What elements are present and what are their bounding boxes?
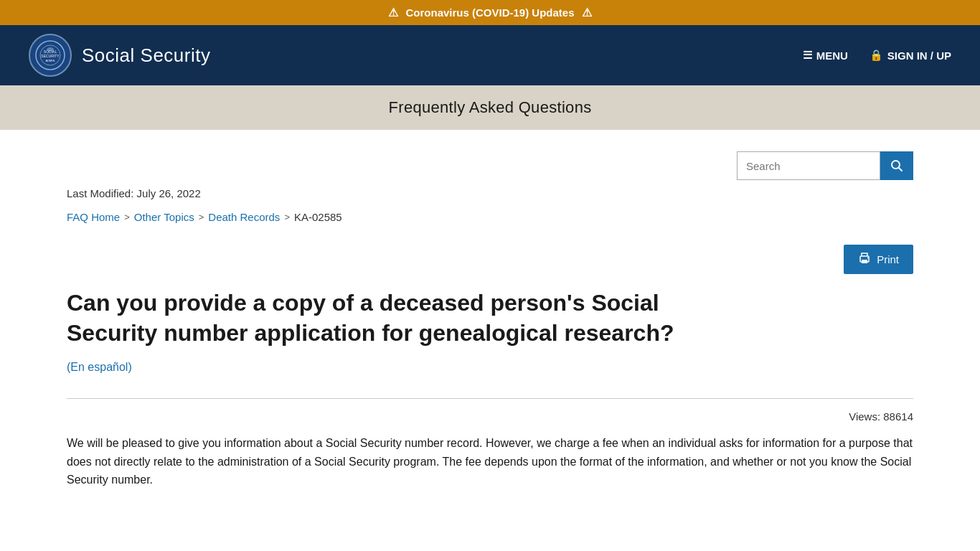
print-label: Print — [877, 253, 899, 265]
last-modified: Last Modified: July 26, 2022 — [67, 187, 913, 199]
print-row: Print — [67, 245, 913, 274]
lock-icon: 🔒 — [870, 49, 883, 62]
views-count: Views: 88614 — [67, 410, 913, 423]
alert-text: Coronavirus (COVID-19) Updates — [405, 6, 574, 19]
logo-circle: SOCIAL SECURITY ADMIN — [29, 34, 72, 77]
breadcrumb-other-topics[interactable]: Other Topics — [134, 211, 194, 223]
spanish-link[interactable]: (En español) — [67, 361, 132, 374]
menu-icon: ☰ — [803, 49, 812, 62]
search-icon — [890, 159, 903, 172]
menu-label: MENU — [816, 50, 848, 62]
section-divider — [67, 398, 913, 399]
site-header: SOCIAL SECURITY ADMIN Social Security ☰ … — [0, 25, 980, 85]
svg-line-7 — [899, 168, 902, 171]
menu-link[interactable]: ☰ MENU — [803, 49, 848, 62]
breadcrumb-sep-2: > — [199, 212, 204, 222]
page-heading: Frequently Asked Questions — [29, 98, 951, 117]
breadcrumb: FAQ Home > Other Topics > Death Records … — [67, 211, 913, 223]
svg-rect-9 — [862, 260, 867, 263]
svg-text:ADMIN: ADMIN — [46, 59, 55, 62]
signin-link[interactable]: 🔒 SIGN IN / UP — [870, 49, 951, 62]
breadcrumb-faq-home[interactable]: FAQ Home — [67, 211, 120, 223]
article-title: Can you provide a copy of a deceased per… — [67, 288, 712, 348]
alert-icon-left: ⚠ — [388, 6, 398, 19]
site-title: Social Security — [82, 44, 210, 67]
article-body: We will be pleased to give you informati… — [67, 434, 913, 489]
site-logo-link[interactable]: SOCIAL SECURITY ADMIN Social Security — [29, 34, 210, 77]
breadcrumb-sep-3: > — [284, 212, 290, 222]
svg-text:SECURITY: SECURITY — [41, 54, 60, 58]
breadcrumb-death-records[interactable]: Death Records — [208, 211, 280, 223]
main-container: Last Modified: July 26, 2022 FAQ Home > … — [38, 130, 942, 518]
printer-icon — [858, 252, 871, 267]
search-row — [67, 151, 913, 180]
alert-icon-right: ⚠ — [582, 6, 592, 19]
search-button[interactable] — [880, 151, 913, 180]
search-form — [737, 151, 913, 180]
search-input[interactable] — [737, 151, 880, 180]
article-body-text: We will be pleased to give you informati… — [67, 434, 913, 489]
ssa-seal-icon: SOCIAL SECURITY ADMIN — [34, 39, 66, 71]
page-subtitle-bar: Frequently Asked Questions — [0, 85, 980, 130]
alert-banner: ⚠ Coronavirus (COVID-19) Updates ⚠ — [0, 0, 980, 25]
signin-label: SIGN IN / UP — [887, 50, 951, 62]
print-icon-svg — [858, 252, 871, 265]
breadcrumb-current: KA-02585 — [294, 211, 342, 223]
svg-point-10 — [867, 258, 869, 259]
svg-point-5 — [47, 47, 54, 52]
header-nav: ☰ MENU 🔒 SIGN IN / UP — [803, 49, 951, 62]
breadcrumb-sep-1: > — [124, 212, 130, 222]
print-button[interactable]: Print — [844, 245, 913, 274]
